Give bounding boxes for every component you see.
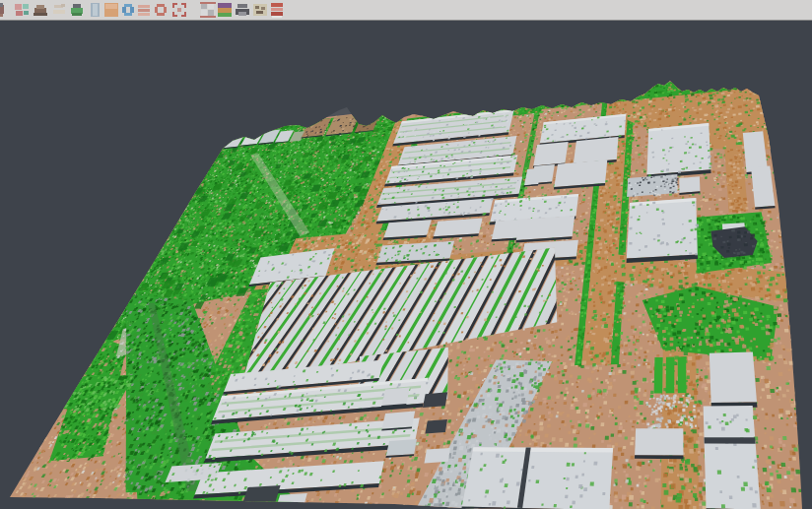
- layer-stack-icon[interactable]: [136, 2, 152, 18]
- point-cloud-scene[interactable]: [0, 22, 812, 509]
- vegetation-icon[interactable]: [69, 2, 85, 18]
- red-stripes-icon[interactable]: [269, 2, 285, 18]
- toolbar: [0, 0, 812, 21]
- column-slab-icon[interactable]: [87, 2, 102, 18]
- refresh-circle-icon[interactable]: [120, 2, 136, 18]
- viewport-3d[interactable]: [0, 22, 812, 509]
- orthophoto-icon[interactable]: [103, 2, 119, 18]
- application-window: [0, 0, 812, 509]
- grain-overlay: [0, 22, 812, 509]
- ring-select-icon[interactable]: [153, 2, 169, 18]
- classify-ground-icon[interactable]: [252, 2, 268, 18]
- merge-clouds-icon[interactable]: [14, 2, 30, 18]
- sparse-points-icon[interactable]: [51, 2, 67, 18]
- print-icon[interactable]: [235, 2, 250, 18]
- terrain-mesh-icon[interactable]: [33, 2, 48, 18]
- raster-image-icon[interactable]: [217, 2, 233, 18]
- checker-mask-icon[interactable]: [200, 2, 216, 18]
- clipped-edge-icon[interactable]: [0, 2, 11, 18]
- bbox-select-icon[interactable]: [171, 2, 187, 18]
